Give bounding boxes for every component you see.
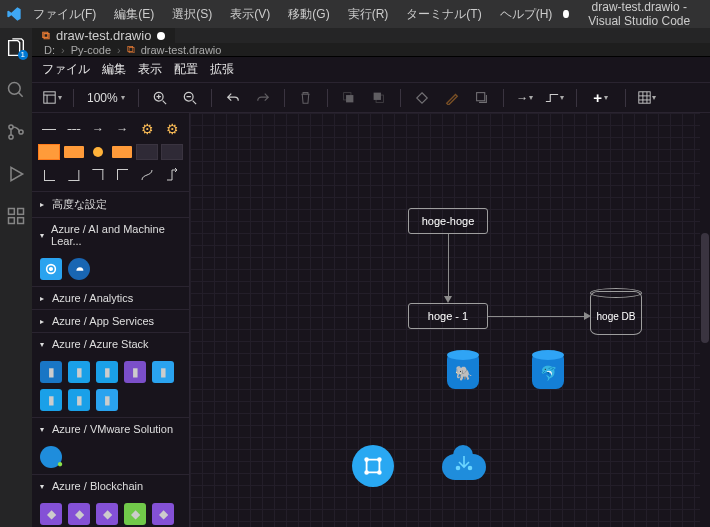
stack-ico6[interactable]: ▮ xyxy=(40,389,62,411)
svg-rect-19 xyxy=(367,460,380,473)
drawio-menu-edit[interactable]: 編集 xyxy=(102,61,126,78)
section-advanced[interactable]: ▸高度な設定 xyxy=(32,191,189,217)
zoom-out-icon[interactable] xyxy=(178,87,202,109)
stack-ico3[interactable]: ▮ xyxy=(96,361,118,383)
drawio-menu-extras[interactable]: 拡張 xyxy=(210,61,234,78)
canvas-round-icon[interactable] xyxy=(350,443,396,489)
shape-c4[interactable] xyxy=(112,165,133,185)
section-azure-ai[interactable]: ▾Azure / AI and Machine Lear... xyxy=(32,217,189,252)
edge-vertical[interactable] xyxy=(448,234,449,298)
activity-search-icon[interactable] xyxy=(4,78,28,102)
shape-biarrow[interactable] xyxy=(112,119,133,139)
activity-explorer-icon[interactable]: 1 xyxy=(4,36,28,60)
edge-horizontal[interactable] xyxy=(488,316,586,317)
activity-debug-icon[interactable] xyxy=(4,162,28,186)
canvas-postgres-icon[interactable]: 🐘 xyxy=(445,351,481,391)
shape-box3[interactable] xyxy=(112,142,133,162)
section-azure-stack-body: ▮ ▮ ▮ ▮ ▮ ▮ ▮ ▮ xyxy=(32,355,189,417)
to-front-icon[interactable] xyxy=(337,87,361,109)
vscode-logo-icon xyxy=(6,6,22,22)
menu-edit[interactable]: 編集(E) xyxy=(107,3,161,26)
shape-dashed[interactable] xyxy=(67,129,81,130)
insert-icon[interactable]: +▾ xyxy=(586,87,616,109)
zoom-in-icon[interactable] xyxy=(148,87,172,109)
toolbar-zoom[interactable]: 100%▾ xyxy=(83,91,129,105)
stack-ico8[interactable]: ▮ xyxy=(96,389,118,411)
section-azure-analytics[interactable]: ▸Azure / Analytics xyxy=(32,286,189,309)
stack-ico5[interactable]: ▮ xyxy=(152,361,174,383)
stack-ico7[interactable]: ▮ xyxy=(68,389,90,411)
menu-help[interactable]: ヘルプ(H) xyxy=(493,3,560,26)
svg-rect-15 xyxy=(477,93,485,101)
section-azure-vmware[interactable]: ▾Azure / VMware Solution xyxy=(32,417,189,440)
shape-c2[interactable] xyxy=(63,165,84,185)
stack-ico1[interactable]: ▮ xyxy=(40,361,62,383)
toolbar-view-menu-icon[interactable]: ▾ xyxy=(40,87,64,109)
menu-selection[interactable]: 選択(S) xyxy=(165,3,219,26)
waypoint-icon[interactable]: ▾ xyxy=(543,87,567,109)
bc-ico5[interactable]: ◆ xyxy=(152,503,174,525)
canvas-scrollbar[interactable] xyxy=(700,113,710,527)
svg-point-1 xyxy=(9,125,13,129)
shape-box1[interactable] xyxy=(38,142,60,162)
section-azure-stack[interactable]: ▾Azure / Azure Stack xyxy=(32,332,189,355)
connection-icon[interactable]: →▾ xyxy=(513,87,537,109)
drawio-menu-file[interactable]: ファイル xyxy=(42,61,90,78)
drawio-menu-view[interactable]: 表示 xyxy=(138,61,162,78)
vmware-ico[interactable]: ● xyxy=(40,446,62,468)
activity-extensions-icon[interactable] xyxy=(4,204,28,228)
tab-dirty-dot-icon xyxy=(157,32,165,40)
menu-go[interactable]: 移動(G) xyxy=(281,3,336,26)
shadow-icon[interactable] xyxy=(470,87,494,109)
table-icon[interactable]: ▾ xyxy=(635,87,659,109)
section-azure-ai-body xyxy=(32,252,189,286)
menu-run[interactable]: 実行(R) xyxy=(341,3,396,26)
line-color-icon[interactable] xyxy=(440,87,464,109)
node-hoge-hoge[interactable]: hoge-hoge xyxy=(408,208,488,234)
drawio-menubar: ファイル 編集 表示 配置 拡張 xyxy=(32,57,710,83)
bc-ico4[interactable]: ◆ xyxy=(124,503,146,525)
undo-icon[interactable] xyxy=(221,87,245,109)
to-back-icon[interactable] xyxy=(367,87,391,109)
azure-ml-icon[interactable] xyxy=(40,258,62,280)
activity-scm-icon[interactable] xyxy=(4,120,28,144)
shape-dot[interactable] xyxy=(87,142,108,162)
node-hoge-db[interactable]: hoge DB xyxy=(590,291,642,335)
shape-gear2[interactable]: ⚙ xyxy=(161,119,183,139)
shape-box4[interactable] xyxy=(136,142,158,162)
drawio-canvas[interactable]: hoge-hoge hoge - 1 hoge DB 🐘 xyxy=(190,113,710,527)
bc-ico2[interactable]: ◆ xyxy=(68,503,90,525)
menu-view[interactable]: 表示(V) xyxy=(223,3,277,26)
shape-c3[interactable] xyxy=(87,165,108,185)
section-azure-blockchain[interactable]: ▾Azure / Blockchain xyxy=(32,474,189,497)
menu-terminal[interactable]: ターミナル(T) xyxy=(399,3,488,26)
shape-c1[interactable] xyxy=(38,165,60,185)
shape-arrow[interactable] xyxy=(87,119,108,139)
canvas-cloud-icon[interactable] xyxy=(440,451,488,487)
section-azure-appsvc[interactable]: ▸Azure / App Services xyxy=(32,309,189,332)
stack-ico4[interactable]: ▮ xyxy=(124,361,146,383)
tab-label: draw-test.drawio xyxy=(56,28,151,43)
shape-sidebar: ⚙ ⚙ ▸高度な設定 xyxy=(32,113,190,527)
menu-file[interactable]: ファイル(F) xyxy=(26,3,103,26)
delete-icon[interactable] xyxy=(294,87,318,109)
shape-curve1[interactable] xyxy=(136,165,158,185)
drawio-toolbar: ▾ 100%▾ →▾ ▾ xyxy=(32,83,710,113)
shape-curve2[interactable] xyxy=(161,165,183,185)
shape-box5[interactable] xyxy=(161,142,183,162)
drawio-menu-arrange[interactable]: 配置 xyxy=(174,61,198,78)
fill-color-icon[interactable] xyxy=(410,87,434,109)
canvas-mysql-icon[interactable]: 🐬 xyxy=(530,351,566,391)
tab-draw-test[interactable]: ⧉ draw-test.drawio xyxy=(32,28,176,43)
breadcrumb[interactable]: D: › Py-code › ⧉ draw-test.drawio xyxy=(32,43,710,56)
shape-box2[interactable] xyxy=(63,142,84,162)
stack-ico2[interactable]: ▮ xyxy=(68,361,90,383)
bc-ico1[interactable]: ◆ xyxy=(40,503,62,525)
azure-cognitive-icon[interactable] xyxy=(68,258,90,280)
redo-icon[interactable] xyxy=(251,87,275,109)
shape-line[interactable] xyxy=(38,119,60,139)
arrow-down-icon xyxy=(444,296,452,303)
shape-gear[interactable]: ⚙ xyxy=(136,119,158,139)
bc-ico3[interactable]: ◆ xyxy=(96,503,118,525)
node-hoge-1[interactable]: hoge - 1 xyxy=(408,303,488,329)
